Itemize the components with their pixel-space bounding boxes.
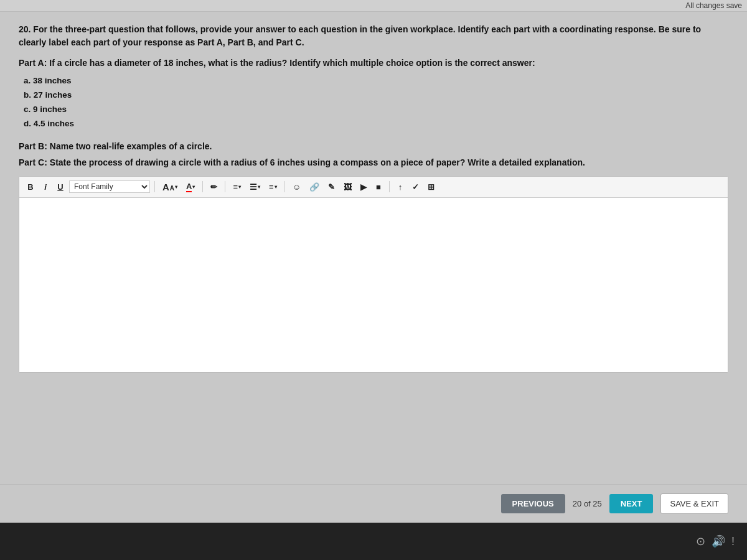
option-a: a. 38 inches <box>24 74 728 88</box>
move-up-button[interactable]: ↑ <box>394 181 406 193</box>
top-status-bar: All changes save <box>0 0 747 12</box>
more-icon: ■ <box>376 182 381 192</box>
editor-toolbar: B i U Font Family Arial Times New Roman … <box>19 177 728 198</box>
align-left-button[interactable]: ≡ ▾ <box>230 181 244 193</box>
volume-icon: 🔊 <box>712 534 725 548</box>
font-family-select[interactable]: Font Family Arial Times New Roman Courie… <box>69 180 150 193</box>
part-a-block: Part A: If a circle has a diameter of 18… <box>19 58 728 68</box>
main-content-area: 20. For the three-part question that fol… <box>0 12 747 484</box>
part-b-label: Part B: <box>19 141 47 151</box>
check-button[interactable]: ✓ <box>409 181 422 193</box>
alert-icon: ! <box>731 535 735 548</box>
option-c: c. 9 inches <box>24 103 728 117</box>
part-c-label: Part C: <box>19 157 47 167</box>
part-a-text: If a circle has a diameter of 18 inches,… <box>49 58 535 68</box>
pencil-icon: ✎ <box>328 182 335 192</box>
image-button[interactable]: 🖼 <box>341 181 355 193</box>
toolbar-divider-2 <box>202 181 203 192</box>
video-icon: ▶ <box>360 182 367 192</box>
dark-bottom-bar: ⊙ 🔊 ! <box>0 523 747 560</box>
editor-body[interactable] <box>19 198 728 372</box>
clock-icon: ⊙ <box>696 534 705 548</box>
save-exit-button[interactable]: SAVE & EXIT <box>660 493 728 514</box>
question-block: 20. For the three-part question that fol… <box>19 23 728 49</box>
part-c-block: Part C: State the process of drawing a c… <box>19 157 728 167</box>
toolbar-divider-4 <box>284 181 285 192</box>
list-button[interactable]: ☰ ▾ <box>247 181 263 193</box>
more-button[interactable]: ■ <box>372 181 385 193</box>
align-left-icon: ≡ <box>233 182 238 192</box>
toolbar-divider-5 <box>389 181 390 192</box>
font-size-aa-button[interactable]: AA ▾ <box>159 180 181 194</box>
edit-button[interactable]: ✎ <box>325 181 338 193</box>
indent-chevron-icon: ▾ <box>275 184 277 190</box>
rich-text-editor[interactable]: B i U Font Family Arial Times New Roman … <box>19 176 728 373</box>
image-icon: 🖼 <box>344 182 352 192</box>
part-c-text: State the process of drawing a circle wi… <box>50 157 585 167</box>
toolbar-divider-3 <box>225 181 225 192</box>
emoji-icon: ☺ <box>293 182 301 192</box>
align-chevron-icon: ▾ <box>238 184 241 190</box>
italic-button[interactable]: i <box>39 181 52 193</box>
part-a-label: Part A: <box>19 58 47 68</box>
toolbar-divider-1 <box>154 181 155 192</box>
table-icon: ⊞ <box>428 182 435 192</box>
indent-icon: ≡ <box>269 182 274 192</box>
previous-button[interactable]: PREVIOUS <box>501 494 565 513</box>
underline-button[interactable]: U <box>54 181 67 193</box>
autosave-status: All changes save <box>685 1 742 10</box>
list-icon: ☰ <box>250 182 257 192</box>
part-b-block: Part B: Name two real-life examples of a… <box>19 141 728 151</box>
eraser-icon: ✏ <box>210 182 217 192</box>
option-d: d. 4.5 inches <box>24 117 728 131</box>
navigation-bar: PREVIOUS 20 of 25 NEXT SAVE & EXIT <box>0 484 747 523</box>
table-button[interactable]: ⊞ <box>425 181 438 193</box>
page-current: 20 <box>573 499 581 508</box>
question-instruction: For the three-part question that follows… <box>19 24 701 47</box>
list-chevron-icon: ▾ <box>258 184 260 190</box>
video-button[interactable]: ▶ <box>357 181 370 193</box>
options-list: a. 38 inches b. 27 inches c. 9 inches d.… <box>24 74 728 131</box>
font-color-chevron-icon: ▾ <box>192 184 195 190</box>
link-icon: 🔗 <box>309 182 319 192</box>
question-number-label: 20. <box>19 24 31 34</box>
option-b: b. 27 inches <box>24 88 728 103</box>
indent-button[interactable]: ≡ ▾ <box>266 181 280 193</box>
check-icon: ✓ <box>412 182 419 192</box>
page-indicator: 20 of 25 <box>573 499 602 508</box>
part-b-text: Name two real-life examples of a circle. <box>50 141 212 151</box>
up-arrow-icon: ↑ <box>398 182 403 192</box>
link-button[interactable]: 🔗 <box>306 181 322 193</box>
page-total: 25 <box>593 499 601 508</box>
next-button[interactable]: NEXT <box>609 494 654 513</box>
emoji-button[interactable]: ☺ <box>289 181 304 193</box>
eraser-button[interactable]: ✏ <box>207 181 220 193</box>
bold-button[interactable]: B <box>24 181 37 193</box>
page-of-text: of <box>581 499 593 508</box>
aa-chevron-icon: ▾ <box>175 184 177 190</box>
font-color-button[interactable]: A ▾ <box>183 180 198 194</box>
